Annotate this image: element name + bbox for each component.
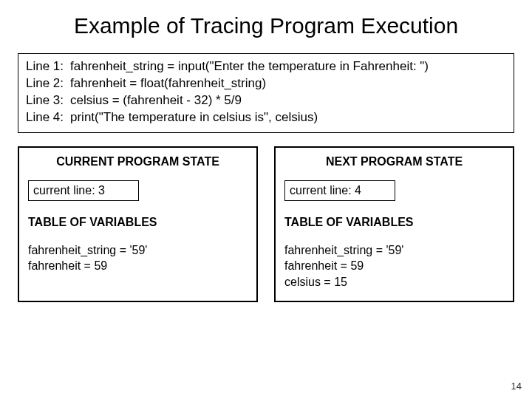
- next-var-1: fahrenheit_string = '59': [284, 242, 504, 259]
- next-state-box: NEXT PROGRAM STATE current line: 4 TABLE…: [274, 146, 514, 302]
- code-text-3: celsius = (fahrenheit - 32) * 5/9: [70, 92, 506, 109]
- current-state-box: CURRENT PROGRAM STATE current line: 3 TA…: [18, 146, 258, 302]
- current-state-title: CURRENT PROGRAM STATE: [28, 155, 248, 168]
- line-label-4: Line 4:: [26, 109, 70, 126]
- current-var-1: fahrenheit_string = '59': [28, 242, 248, 259]
- current-line-box: current line: 3: [28, 180, 139, 201]
- next-var-2: fahrenheit = 59: [284, 258, 504, 274]
- next-vartable-title: TABLE OF VARIABLES: [284, 216, 504, 229]
- code-text-4: print("The temperature in celsius is", c…: [70, 109, 506, 126]
- state-columns: CURRENT PROGRAM STATE current line: 3 TA…: [18, 146, 514, 302]
- page-title: Example of Tracing Program Execution: [0, 0, 532, 49]
- code-line-3: Line 3: celsius = (fahrenheit - 32) * 5/…: [26, 92, 506, 109]
- code-text-1: fahrenheit_string = input("Enter the tem…: [70, 58, 506, 75]
- code-text-2: fahrenheit = float(fahrenheit_string): [70, 75, 506, 92]
- page-number: 14: [511, 381, 522, 392]
- code-line-4: Line 4: print("The temperature in celsiu…: [26, 109, 506, 126]
- line-label-2: Line 2:: [26, 75, 70, 92]
- next-variables: fahrenheit_string = '59' fahrenheit = 59…: [284, 242, 504, 290]
- next-var-3: celsius = 15: [284, 274, 504, 290]
- code-line-2: Line 2: fahrenheit = float(fahrenheit_st…: [26, 75, 506, 92]
- next-line-box: current line: 4: [284, 180, 395, 201]
- current-var-2: fahrenheit = 59: [28, 258, 248, 274]
- line-label-3: Line 3:: [26, 92, 70, 109]
- code-listing-box: Line 1: fahrenheit_string = input("Enter…: [18, 53, 514, 133]
- next-state-title: NEXT PROGRAM STATE: [284, 155, 504, 168]
- line-label-1: Line 1:: [26, 58, 70, 75]
- current-vartable-title: TABLE OF VARIABLES: [28, 216, 248, 229]
- code-line-1: Line 1: fahrenheit_string = input("Enter…: [26, 58, 506, 75]
- current-variables: fahrenheit_string = '59' fahrenheit = 59: [28, 242, 248, 274]
